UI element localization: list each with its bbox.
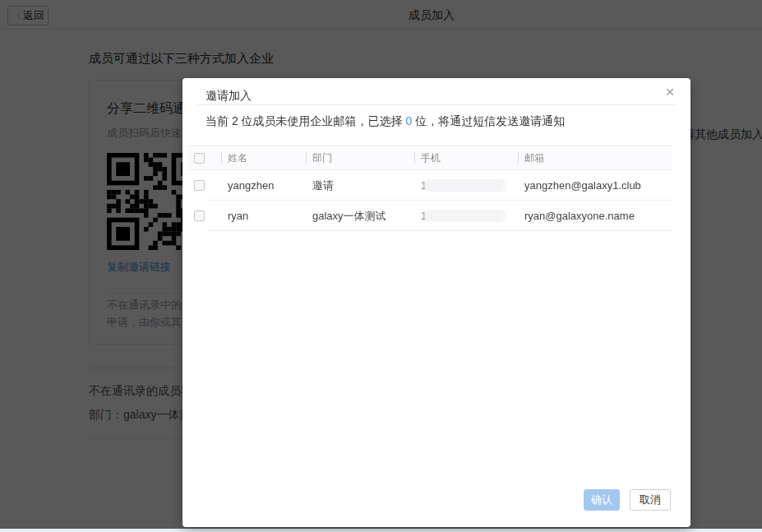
column-header-name: 姓名 [221,151,306,165]
column-header-phone: 手机 [414,151,518,165]
column-header-email: 邮箱 [518,151,672,165]
row-checkbox[interactable] [194,210,205,221]
column-header-department: 部门 [306,151,414,165]
member-email: ryan@galaxyone.name [518,210,672,222]
dialog-header-divider [197,104,676,105]
member-name: yangzhen [221,179,306,192]
invite-join-dialog: 邀请加入 × 当前 2 位成员未使用企业邮箱，已选择 0 位，将通过短信发送邀请… [182,78,690,527]
phone-redaction-blur [426,210,503,222]
member-email: yangzhen@galaxy1.club [518,179,672,192]
screen: 〈返回 成员加入 成员可通过以下三种方式加入企业 分享二维码通 成员扫码后快速加… [0,0,762,532]
member-department: galaxy一体测试 [306,209,414,224]
member-phone: 1 [414,179,518,192]
row-checkbox-cell [187,210,221,221]
member-phone: 1 [414,210,518,222]
desc-part2: 位，将通过短信发送邀请通知 [412,114,565,127]
member-department: 邀请 [306,178,414,193]
table-header-row: 姓名 部门 手机 邮箱 [187,146,672,170]
members-table: 姓名 部门 手机 邮箱 yangzhen 邀请 1 yangzhen@galax… [187,146,672,231]
table-row: ryan galaxy一体测试 1 ryan@galaxyone.name [187,201,672,231]
member-name: ryan [221,210,306,222]
select-all-checkbox[interactable] [194,153,205,164]
confirm-button[interactable]: 确认 [584,489,620,511]
row-checkbox[interactable] [194,180,205,191]
dialog-description: 当前 2 位成员未使用企业邮箱，已选择 0 位，将通过短信发送邀请通知 [206,114,565,129]
dialog-actions: 确认 取消 [584,489,671,511]
row-checkbox-cell [187,180,221,191]
select-all-cell [187,153,221,164]
dialog-title: 邀请加入 [206,89,252,104]
cancel-button[interactable]: 取消 [630,489,671,511]
desc-part1: 当前 2 位成员未使用企业邮箱，已选择 [206,114,405,127]
phone-redaction-blur [426,179,503,192]
table-row: yangzhen 邀请 1 yangzhen@galaxy1.club [187,170,672,201]
bottom-strip [0,529,762,532]
close-icon[interactable]: × [660,82,680,102]
